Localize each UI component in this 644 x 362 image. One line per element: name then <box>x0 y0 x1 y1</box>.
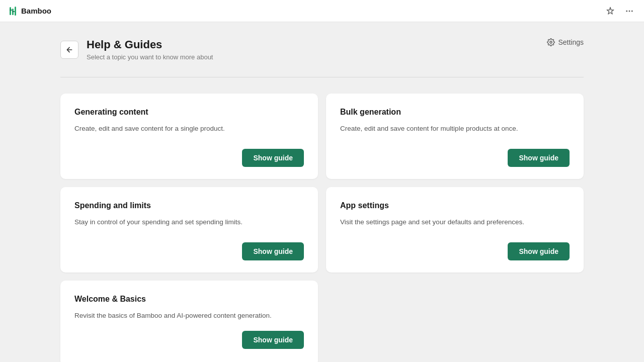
show-guide-button-bulk-generation[interactable]: Show guide <box>508 149 570 167</box>
card-description: Visit the settings page and set your def… <box>340 217 570 227</box>
svg-rect-0 <box>10 7 11 15</box>
card-description: Create, edit and save content for multip… <box>340 124 570 134</box>
card-title: Bulk generation <box>340 108 570 117</box>
card-body: Bulk generation Create, edit and save co… <box>340 108 570 134</box>
card-title: Generating content <box>74 108 304 117</box>
topbar-right <box>604 5 636 18</box>
card-bulk-generation: Bulk generation Create, edit and save co… <box>326 94 584 179</box>
more-button[interactable] <box>623 5 636 18</box>
card-body: App settings Visit the settings page and… <box>340 201 570 227</box>
card-body: Welcome & Basics Revisit the basics of B… <box>74 295 304 321</box>
card-spending-limits: Spending and limits Stay in control of y… <box>60 187 318 273</box>
card-generating-content: Generating content Create, edit and save… <box>60 94 318 179</box>
page-title-block: Help & Guides Select a topic you want to… <box>87 38 213 61</box>
card-title: App settings <box>340 201 570 210</box>
card-body: Generating content Create, edit and save… <box>74 108 304 134</box>
settings-button[interactable]: Settings <box>547 38 584 46</box>
card-app-settings: App settings Visit the settings page and… <box>326 187 584 273</box>
card-title: Spending and limits <box>74 201 304 210</box>
card-footer: Show guide <box>340 149 570 167</box>
settings-label: Settings <box>558 38 584 46</box>
card-footer: Show guide <box>74 242 304 260</box>
section-divider <box>60 77 584 77</box>
card-description: Create, edit and save content for a sing… <box>74 124 304 134</box>
svg-rect-2 <box>15 7 16 16</box>
svg-point-6 <box>629 10 630 12</box>
topbar-left: Bamboo <box>8 6 51 16</box>
show-guide-button-generating-content[interactable]: Show guide <box>242 149 304 167</box>
svg-point-8 <box>550 41 552 43</box>
card-welcome-basics: Welcome & Basics Revisit the basics of B… <box>60 281 318 362</box>
card-footer: Show guide <box>340 242 570 260</box>
header-left: Help & Guides Select a topic you want to… <box>60 38 213 61</box>
bottom-row: Welcome & Basics Revisit the basics of B… <box>60 281 584 362</box>
card-title: Welcome & Basics <box>74 295 304 304</box>
show-guide-button-app-settings[interactable]: Show guide <box>508 242 570 260</box>
svg-rect-4 <box>12 11 15 12</box>
pin-button[interactable] <box>604 5 617 18</box>
bamboo-logo-icon <box>8 6 18 16</box>
show-guide-button-spending-limits[interactable]: Show guide <box>242 242 304 260</box>
bamboo-logo: Bamboo <box>8 6 51 16</box>
back-button[interactable] <box>60 41 78 59</box>
svg-rect-3 <box>10 10 12 11</box>
main-content: Help & Guides Select a topic you want to… <box>0 22 644 362</box>
app-title: Bamboo <box>21 7 51 15</box>
topbar: Bamboo <box>0 0 644 22</box>
card-footer: Show guide <box>74 331 304 349</box>
page-subtitle: Select a topic you want to know more abo… <box>87 53 213 61</box>
cards-grid: Generating content Create, edit and save… <box>60 94 584 273</box>
svg-point-5 <box>626 10 627 12</box>
svg-point-7 <box>631 10 633 12</box>
page-title: Help & Guides <box>87 38 213 51</box>
card-body: Spending and limits Stay in control of y… <box>74 201 304 227</box>
page-header: Help & Guides Select a topic you want to… <box>60 38 584 61</box>
card-footer: Show guide <box>74 149 304 167</box>
card-description: Stay in control of your spending and set… <box>74 217 304 227</box>
card-description: Revisit the basics of Bamboo and AI-powe… <box>74 311 304 321</box>
show-guide-button-welcome-basics[interactable]: Show guide <box>242 331 304 349</box>
